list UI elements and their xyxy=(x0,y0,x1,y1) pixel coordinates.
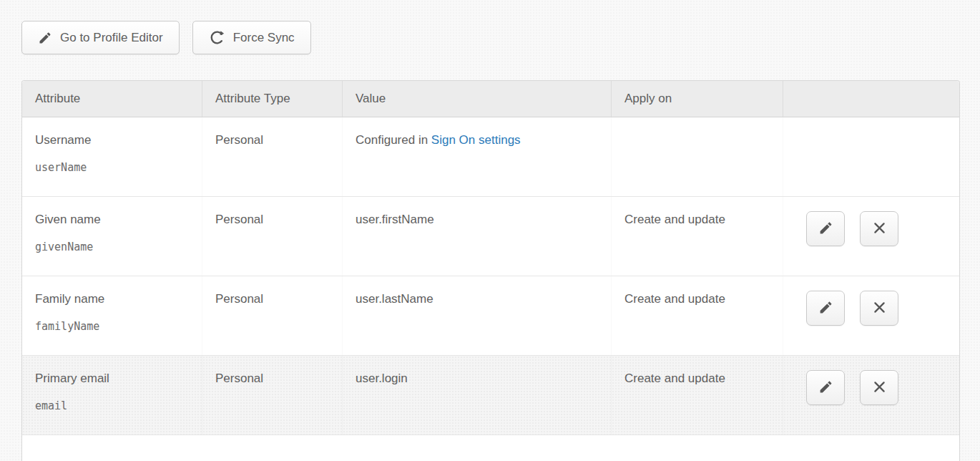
attribute-mappings-page: Go to Profile Editor Force Sync Attribut… xyxy=(0,0,980,461)
refresh-icon xyxy=(209,29,225,46)
actions-cell xyxy=(783,117,959,196)
attribute-type-value: Personal xyxy=(215,211,342,228)
value-cell: user.firstName xyxy=(343,197,612,276)
attribute-variable: givenName xyxy=(35,241,202,253)
attribute-cell: Given name givenName xyxy=(22,197,202,276)
sign-on-settings-link[interactable]: Sign On settings xyxy=(431,133,521,147)
edit-attribute-button[interactable] xyxy=(806,211,845,246)
force-sync-label: Force Sync xyxy=(233,31,295,45)
go-to-profile-editor-button[interactable]: Go to Profile Editor xyxy=(21,21,180,54)
apply-on-cell: Create and update xyxy=(612,197,783,276)
table-row-partial xyxy=(22,435,959,461)
close-icon xyxy=(872,220,887,238)
attribute-type-cell: Personal xyxy=(202,356,343,435)
attribute-label: Primary email xyxy=(35,370,202,387)
attribute-type-value: Personal xyxy=(215,132,342,149)
go-to-profile-editor-label: Go to Profile Editor xyxy=(60,31,163,45)
value-cell: user.login xyxy=(343,356,612,435)
apply-on-value: Create and update xyxy=(624,291,783,308)
close-icon xyxy=(872,379,887,397)
attribute-type-cell: Personal xyxy=(202,117,343,196)
remove-attribute-button[interactable] xyxy=(860,370,898,405)
attribute-cell: Family name familyName xyxy=(22,276,202,355)
table-row-primary-email: Primary email email Personal user.login … xyxy=(22,356,959,435)
table-row-username: Username userName Personal Configured in… xyxy=(22,117,959,197)
table-row-given-name: Given name givenName Personal user.first… xyxy=(22,197,959,276)
attribute-label: Given name xyxy=(35,211,202,228)
remove-attribute-button[interactable] xyxy=(860,291,898,326)
value-expression: user.firstName xyxy=(356,211,611,228)
attribute-type-cell: Personal xyxy=(202,197,343,276)
pencil-icon xyxy=(818,379,833,397)
value-expression: user.lastName xyxy=(356,291,611,308)
close-icon xyxy=(872,300,887,317)
actions-cell xyxy=(783,356,959,435)
apply-on-cell xyxy=(612,117,783,196)
attribute-type-value: Personal xyxy=(215,370,342,387)
apply-on-cell: Create and update xyxy=(612,356,783,435)
value-cell: Configured in Sign On settings xyxy=(343,117,612,196)
attribute-label: Username xyxy=(35,132,202,149)
value-cell: user.lastName xyxy=(343,276,612,355)
attribute-label: Family name xyxy=(35,291,202,308)
actions-cell xyxy=(783,197,959,276)
edit-attribute-button[interactable] xyxy=(806,291,845,326)
apply-on-cell: Create and update xyxy=(612,276,783,355)
column-header-attribute-type: Attribute Type xyxy=(202,81,343,117)
pencil-icon xyxy=(818,300,833,317)
apply-on-value: Create and update xyxy=(624,370,783,387)
attribute-type-value: Personal xyxy=(215,291,342,308)
column-header-attribute: Attribute xyxy=(22,81,202,117)
table-header-row: Attribute Attribute Type Value Apply on xyxy=(22,81,959,117)
column-header-actions xyxy=(783,81,959,117)
attribute-variable: familyName xyxy=(35,320,202,333)
apply-on-value: Create and update xyxy=(624,211,783,228)
force-sync-button[interactable]: Force Sync xyxy=(192,21,311,54)
table-row-family-name: Family name familyName Personal user.las… xyxy=(22,276,959,356)
edit-attribute-button[interactable] xyxy=(806,370,845,405)
column-header-apply-on: Apply on xyxy=(612,81,783,117)
pencil-icon xyxy=(818,220,833,238)
attribute-variable: email xyxy=(35,399,202,412)
value-expression: user.login xyxy=(356,370,611,387)
attribute-mapping-table: Attribute Attribute Type Value Apply on … xyxy=(21,80,960,461)
attribute-cell: Username userName xyxy=(22,117,202,196)
actions-cell xyxy=(783,276,959,355)
pencil-icon xyxy=(38,31,52,45)
remove-attribute-button[interactable] xyxy=(860,211,898,246)
column-header-value: Value xyxy=(343,81,612,117)
value-prefix-text: Configured in xyxy=(356,133,431,147)
attribute-cell: Primary email email xyxy=(22,356,202,435)
attribute-variable: userName xyxy=(35,161,202,174)
toolbar: Go to Profile Editor Force Sync xyxy=(21,21,960,54)
attribute-type-cell: Personal xyxy=(202,276,343,355)
